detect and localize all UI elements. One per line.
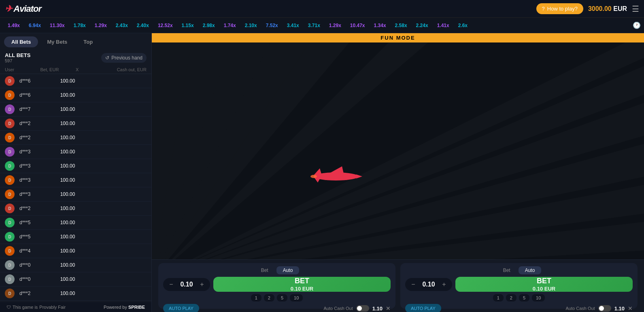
airplane: [310, 162, 362, 187]
auto-cashout-close-1[interactable]: ✕: [386, 305, 391, 312]
increase-amount-1[interactable]: +: [198, 280, 206, 289]
previous-hand-button[interactable]: ↺ Previous hand: [101, 53, 147, 63]
quick-5-1[interactable]: 5: [277, 294, 287, 301]
bet-btn-line1-2: BET: [537, 277, 551, 286]
quick-1-1[interactable]: 1: [251, 294, 261, 301]
increase-amount-2[interactable]: +: [440, 280, 448, 289]
amount-control-1: − 0.10 +: [163, 278, 210, 291]
quick-amounts-2: 1 2 5 10: [405, 294, 633, 301]
multiplier-pill[interactable]: 2.58x: [392, 21, 410, 30]
multiplier-pill[interactable]: 1.41x: [434, 21, 453, 30]
bet-amount: 100.00: [60, 78, 104, 84]
username: d***3: [17, 163, 60, 169]
amount-value-1: 0.10: [179, 281, 195, 288]
svg-point-18: [310, 175, 317, 178]
clock-icon: ↺: [105, 55, 109, 61]
bet-amount: 100.00: [60, 234, 104, 240]
auto-cashout-close-2[interactable]: ✕: [628, 305, 633, 312]
avatar: D: [5, 175, 15, 185]
currency-label: EUR: [613, 5, 627, 12]
table-row: D d***7 100.00: [0, 102, 151, 117]
bet-amount: 100.00: [60, 191, 104, 197]
bet-controls-row-1: − 0.10 + BET 0.10 EUR: [163, 277, 391, 292]
quick-2-1[interactable]: 2: [264, 294, 274, 301]
quick-10-2[interactable]: 10: [532, 294, 545, 301]
powered-by-text: Powered by: [104, 305, 127, 310]
multiplier-pill[interactable]: 10.47x: [347, 21, 368, 30]
multiplier-pill[interactable]: 1.29x: [91, 21, 110, 30]
multiplier-pill[interactable]: 1.49x: [4, 21, 23, 30]
autoplay-button-2[interactable]: AUTO PLAY: [405, 304, 441, 312]
avatar: D: [5, 161, 15, 171]
username: d***0: [17, 276, 60, 282]
bet-amount: 100.00: [60, 106, 104, 112]
how-to-play-button[interactable]: ? How to play?: [536, 3, 583, 14]
username: d***2: [17, 291, 60, 296]
avatar: D: [5, 289, 15, 298]
multiplier-pill[interactable]: 1.74x: [221, 21, 239, 30]
tab-top[interactable]: Top: [76, 36, 100, 47]
multiplier-pill[interactable]: 3.41x: [284, 21, 302, 30]
game-panel: FUN MODE: [152, 33, 644, 312]
auto-cashout-toggle-1[interactable]: [356, 305, 369, 312]
quick-2-2[interactable]: 2: [506, 294, 516, 301]
multiplier-pill[interactable]: 11.30x: [47, 21, 68, 30]
multiplier-pill[interactable]: 7.52x: [263, 21, 281, 30]
avatar: D: [5, 76, 15, 86]
tab-my-bets[interactable]: My Bets: [40, 36, 74, 47]
multiplier-pill[interactable]: 12.52x: [155, 21, 176, 30]
fun-mode-banner: FUN MODE: [152, 33, 644, 42]
bet-action-button-2[interactable]: BET 0.10 EUR: [455, 277, 633, 292]
multiplier-pill[interactable]: 2.24x: [413, 21, 431, 30]
bet-tab-1[interactable]: Bet: [255, 266, 275, 274]
table-row: D d***2 100.00: [0, 202, 151, 216]
bet-panel-2: Bet Auto − 0.10 + BET 0.10 EUR 1: [400, 263, 638, 309]
autoplay-button-1[interactable]: AUTO PLAY: [163, 304, 199, 312]
bet-tab-2[interactable]: Bet: [497, 266, 517, 274]
auto-tab-2[interactable]: Auto: [519, 266, 542, 274]
multiplier-pill[interactable]: 1.15x: [179, 21, 197, 30]
decrease-amount-1[interactable]: −: [167, 280, 175, 289]
username: d***2: [17, 135, 60, 140]
hamburger-button[interactable]: ☰: [632, 4, 639, 14]
bet-amount: 100.00: [60, 121, 104, 126]
username: d***3: [17, 149, 60, 155]
username: d***0: [17, 262, 60, 268]
history-icon[interactable]: 🕐: [633, 21, 641, 29]
multiplier-pill[interactable]: 2.10x: [242, 21, 260, 30]
tab-all-bets[interactable]: All Bets: [4, 36, 38, 47]
left-panel: All Bets My Bets Top ALL BETS 597 ↺ Prev…: [0, 33, 152, 312]
sunrays-bg: [152, 33, 644, 259]
bet-amount: 100.00: [60, 206, 104, 211]
toggle-knob-2: [599, 306, 604, 311]
avatar: D: [5, 90, 15, 100]
username: d***2: [17, 206, 60, 211]
balance-amount: 3000.00: [588, 5, 612, 12]
multiplier-pill[interactable]: 3.71x: [305, 21, 323, 30]
multiplier-pill[interactable]: 2.43x: [113, 21, 131, 30]
multiplier-pill[interactable]: 2.98x: [200, 21, 218, 30]
auto-tab-1[interactable]: Auto: [276, 266, 300, 274]
decrease-amount-2[interactable]: −: [409, 280, 417, 289]
toggle-knob-1: [357, 306, 362, 311]
quick-1-2[interactable]: 1: [493, 294, 504, 301]
auto-cashout-toggle-2[interactable]: [598, 305, 611, 312]
table-row: D d***2 100.00: [0, 287, 151, 301]
quick-10-1[interactable]: 10: [290, 294, 303, 301]
multiplier-bar: 1.49x6.94x11.30x1.78x1.29x2.43x2.40x12.5…: [0, 18, 644, 33]
multiplier-pill[interactable]: 2.40x: [134, 21, 152, 30]
svg-marker-16: [314, 168, 322, 175]
multiplier-pill[interactable]: 6.94x: [26, 21, 44, 30]
bet-tabs-2: Bet Auto: [405, 266, 633, 274]
multiplier-pill[interactable]: 1.29x: [326, 21, 344, 30]
quick-5-2[interactable]: 5: [519, 294, 529, 301]
username: d***5: [17, 234, 60, 240]
bet-action-button-1[interactable]: BET 0.10 EUR: [213, 277, 391, 292]
multiplier-pill[interactable]: 2.6x: [455, 21, 471, 30]
multiplier-pill[interactable]: 1.78x: [70, 21, 89, 30]
multiplier-pill[interactable]: 1.34x: [371, 21, 389, 30]
username: d***5: [17, 220, 60, 225]
username: d***3: [17, 177, 60, 183]
all-bets-header: ALL BETS 597 ↺ Previous hand: [0, 51, 151, 66]
username: d***3: [17, 191, 60, 197]
